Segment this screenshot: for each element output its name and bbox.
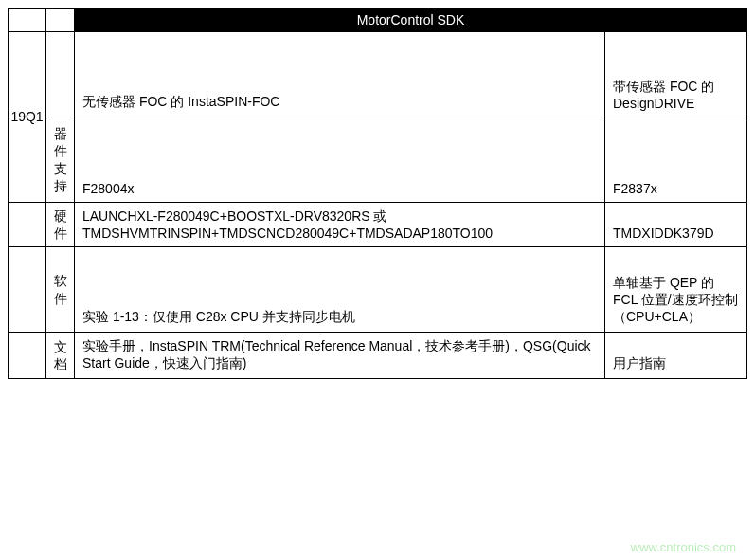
- topic-catlabel: [46, 32, 75, 117]
- topic-col2: 带传感器 FOC 的 DesignDRIVE: [605, 32, 747, 117]
- sdk-table: MotorControl SDK 19Q1 无传感器 FOC 的 InstaSP…: [8, 8, 747, 379]
- hardware-catlabel: 硬件: [46, 203, 75, 247]
- topic-col1: 无传感器 FOC 的 InstaSPIN-FOC: [75, 32, 605, 117]
- topic-row: 19Q1 无传感器 FOC 的 InstaSPIN-FOC 带传感器 FOC 的…: [9, 32, 747, 117]
- sw-blank: [9, 247, 46, 333]
- doc-blank: [9, 333, 46, 379]
- device-row: 器件支持 F28004x F2837x: [9, 117, 747, 203]
- hardware-col2: TMDXIDDK379D: [605, 203, 747, 247]
- hw-blank: [9, 203, 46, 247]
- software-col2: 单轴基于 QEP 的 FCL 位置/速度环控制（CPU+CLA）: [605, 247, 747, 333]
- hardware-col1: LAUNCHXL-F280049C+BOOSTXL-DRV8320RS 或 TM…: [75, 203, 605, 247]
- software-col1: 实验 1-13：仅使用 C28x CPU 并支持同步电机: [75, 247, 605, 333]
- table-title: MotorControl SDK: [75, 9, 747, 32]
- docs-col2: 用户指南: [605, 333, 747, 379]
- docs-row: 文档 实验手册，InstaSPIN TRM(Technical Referenc…: [9, 333, 747, 379]
- header-blank-1: [9, 9, 46, 32]
- header-row: MotorControl SDK: [9, 9, 747, 32]
- hardware-row: 硬件 LAUNCHXL-F280049C+BOOSTXL-DRV8320RS 或…: [9, 203, 747, 247]
- release-label: 19Q1: [9, 32, 46, 203]
- device-catlabel: 器件支持: [46, 117, 75, 203]
- device-col1: F28004x: [75, 117, 605, 203]
- device-col2: F2837x: [605, 117, 747, 203]
- header-blank-2: [46, 9, 75, 32]
- docs-catlabel: 文档: [46, 333, 75, 379]
- software-catlabel: 软件: [46, 247, 75, 333]
- docs-col1: 实验手册，InstaSPIN TRM(Technical Reference M…: [75, 333, 605, 379]
- software-row: 软件 实验 1-13：仅使用 C28x CPU 并支持同步电机 单轴基于 QEP…: [9, 247, 747, 333]
